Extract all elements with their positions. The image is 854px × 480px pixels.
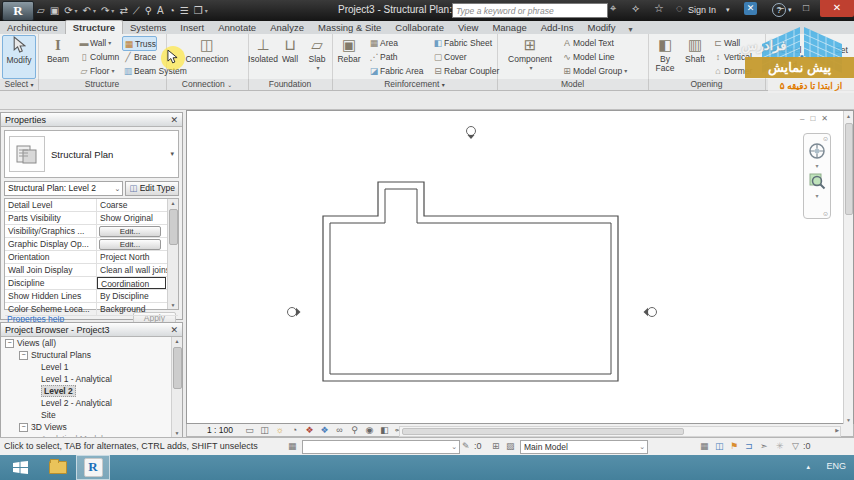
pin-icon[interactable]: ⚑ [730, 441, 738, 451]
tab-insert[interactable]: Insert [173, 21, 211, 34]
reinforcement-dropdown-icon[interactable]: ▾ [442, 82, 445, 88]
text-icon[interactable]: A [157, 5, 164, 16]
shaft-button[interactable]: ▥ Shaft [681, 35, 709, 77]
measure-icon[interactable]: ⟋ [133, 5, 140, 17]
save-icon[interactable]: ▣ [50, 5, 59, 16]
properties-close-icon[interactable]: ✕ [170, 115, 178, 125]
tree-item-structural-plans[interactable]: −Structural Plans [1, 349, 182, 361]
property-value[interactable]: Project North [97, 251, 178, 263]
scroll-up-icon[interactable]: ▲ [168, 199, 178, 206]
background-processes-icon[interactable]: ✳ [776, 441, 784, 451]
language-indicator[interactable]: ENG [826, 461, 846, 471]
collapse-icon[interactable]: − [19, 423, 28, 432]
editable-only-icon[interactable]: ✎ [462, 441, 470, 451]
wheel-dropdown-icon[interactable]: ▾ [804, 162, 830, 169]
switch-windows-icon[interactable]: ⇄ [119, 5, 127, 16]
navbar-dot-icon[interactable]: ⊙ [823, 135, 828, 142]
revit-taskbar-button[interactable]: R [76, 455, 110, 480]
beam-button[interactable]: I Beam [40, 35, 76, 77]
scrollbar-thumb[interactable] [402, 428, 684, 435]
qat-customize-icon[interactable]: ▾ [205, 7, 208, 14]
model-group-button[interactable]: ⊞Model Group▾ [561, 64, 627, 77]
sun-path-icon[interactable]: ☼ [274, 425, 285, 435]
open-icon[interactable]: ▱ [37, 5, 45, 16]
tab-structure[interactable]: Structure [65, 20, 123, 34]
panel-name-connection[interactable]: Connection ⌄ [166, 79, 249, 90]
press-drag-icon[interactable]: ➣ [760, 441, 768, 451]
slab-button[interactable]: ▱ Slab ▾ [304, 35, 330, 77]
worksets-caret-icon[interactable]: ⌄ [451, 441, 457, 453]
restore-button[interactable]: □ [794, 0, 818, 17]
model-line-button[interactable]: ∿Model Line [561, 50, 615, 63]
floor-button[interactable]: ▱Floor▾ [78, 64, 114, 77]
slab-dropdown-icon[interactable]: ▾ [316, 64, 319, 73]
scroll-up-icon[interactable]: ▲ [172, 337, 182, 344]
wall-button[interactable]: ▬Wall▾ [78, 36, 111, 49]
design-options-icon[interactable]: ⊞ [492, 441, 500, 451]
infocenter-search-input[interactable] [452, 3, 608, 18]
component-dropdown-icon[interactable]: ▾ [529, 64, 532, 73]
detail-level-icon[interactable]: ▭ [244, 425, 255, 435]
person-icon[interactable]: ◌ [676, 2, 683, 14]
connection-launcher-icon[interactable]: ⌄ [227, 82, 232, 88]
filter-icon[interactable]: ▽ [792, 441, 799, 451]
browser-header[interactable]: Project Browser - Project3 ✕ [1, 323, 182, 337]
wall-dropdown-icon[interactable]: ▾ [108, 39, 111, 46]
signin-dropdown-icon[interactable]: ▾ [726, 6, 730, 14]
communication-center-icon[interactable]: ⟡ [632, 2, 639, 15]
rebar-button[interactable]: ▣ Rebar [334, 35, 364, 77]
scroll-down-icon[interactable]: ▼ [168, 302, 178, 308]
collapse-icon[interactable]: − [19, 351, 28, 360]
browser-close-icon[interactable]: ✕ [170, 325, 178, 335]
scrollbar-thumb[interactable] [845, 123, 853, 215]
scroll-right-icon[interactable]: ▶ [835, 427, 839, 433]
edit-type-button[interactable]: ◫ Edit Type [125, 181, 179, 196]
panel-name-structure[interactable]: Structure [38, 79, 167, 90]
visual-style-icon[interactable]: ◫ [259, 425, 270, 435]
rendering-icon[interactable]: ❖ [304, 425, 315, 435]
properties-scrollbar[interactable]: ▲ ▼ [167, 199, 178, 309]
undo-dropdown-icon[interactable]: ▾ [93, 7, 96, 14]
panel-name-select[interactable]: Select ▾ [0, 79, 39, 90]
scrollbar-thumb[interactable] [169, 209, 178, 245]
panel-name-model[interactable]: Model [497, 79, 649, 90]
type-selector[interactable]: Structural Plan ▾ [4, 130, 179, 178]
tree-item-level-1[interactable]: Level 1 [1, 361, 182, 373]
view-restore-icon[interactable]: □ [810, 114, 815, 123]
model-text-button[interactable]: AModel Text [561, 36, 614, 49]
exclude-options-icon[interactable]: ⊐ [745, 441, 753, 451]
redo-icon[interactable]: ↷ [101, 5, 109, 16]
redo-dropdown-icon[interactable]: ▾ [111, 7, 114, 14]
column-button[interactable]: ▯Column [78, 50, 119, 63]
canvas-vertical-scrollbar[interactable]: ▲ ▼ [843, 111, 853, 425]
aligned-dimension-icon[interactable]: ⚲ [145, 5, 152, 16]
property-value[interactable]: By Discipline [97, 290, 178, 302]
navbar-dot-icon[interactable]: ⊙ [823, 210, 828, 217]
tab-collaborate[interactable]: Collaborate [388, 21, 451, 34]
view-close-icon[interactable]: ✕ [821, 114, 828, 123]
tab-massing-site[interactable]: Massing & Site [311, 21, 388, 34]
design-option-combobox[interactable]: Main Model⌄ [520, 440, 648, 454]
scroll-up-icon[interactable]: ▲ [844, 111, 853, 119]
model-group-dropdown-icon[interactable]: ▾ [624, 67, 627, 74]
property-value[interactable]: Background [97, 303, 178, 315]
tree-item-site[interactable]: Site [1, 409, 182, 421]
worksets-combobox[interactable]: ⌄ [302, 440, 460, 454]
view-minimize-icon[interactable]: – [800, 114, 804, 123]
truss-button[interactable]: ▦Truss [122, 36, 157, 51]
modify-button[interactable]: Modify [2, 35, 36, 79]
shadows-icon[interactable]: ◔ [289, 425, 300, 435]
canvas-horizontal-scrollbar[interactable]: ▶ [399, 426, 841, 437]
sync-dropdown-icon[interactable]: ▾ [75, 7, 78, 14]
file-explorer-button[interactable] [42, 455, 74, 480]
connection-button[interactable]: ◫ Connection [177, 35, 237, 77]
panel-name-opening[interactable]: Opening [648, 79, 766, 90]
crop-view-icon[interactable]: ❖ [319, 425, 330, 435]
property-value[interactable]: Coarse [97, 199, 178, 211]
browser-scrollbar[interactable]: ▲ ▼ [171, 337, 182, 437]
taskbar-chevron-icon[interactable]: ▴ [806, 463, 810, 471]
component-button[interactable]: ⊞ Component ▾ [507, 35, 553, 77]
fabric-area-button[interactable]: ◪Fabric Area [368, 64, 423, 77]
property-value[interactable]: Clean all wall joins [97, 264, 178, 276]
tree-item-3d-views[interactable]: −3D Views [1, 421, 182, 433]
